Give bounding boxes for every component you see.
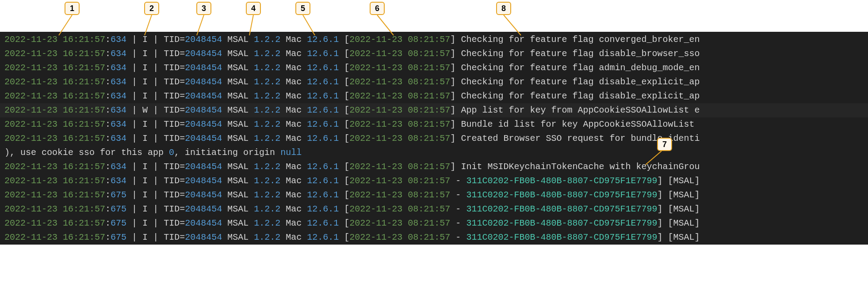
log-row[interactable]: 2022-11-23 16:21:57:634 | I | TID=204845… — [0, 61, 868, 75]
log-os-version: 12.6.1 — [307, 63, 339, 73]
sep-space — [302, 190, 307, 200]
log-ms: 634 — [111, 176, 126, 186]
sep-colon: : — [105, 91, 111, 101]
log-level: I — [142, 91, 148, 101]
log-os: Mac — [286, 204, 302, 214]
log-row[interactable]: 2022-11-23 16:21:57:634 | I | TID=204845… — [0, 47, 868, 61]
log-row[interactable]: 2022-11-23 16:21:57:634 | W | TID=204845… — [0, 103, 868, 117]
sep-space — [280, 34, 286, 45]
sep-bracket-open: [ — [339, 204, 349, 214]
sep-bracket-open: [ — [339, 190, 349, 200]
log-lib: MSAL — [227, 119, 249, 129]
log-ms: 634 — [111, 162, 126, 172]
log-os-version: 12.6.1 — [307, 77, 339, 87]
log-row[interactable]: 2022-11-23 16:21:57:675 | I | TID=204845… — [0, 202, 868, 216]
log-tid: 2048454 — [185, 77, 222, 87]
sep-pipe: | — [148, 63, 164, 73]
sep-bracket-open: [ — [339, 218, 349, 228]
sep-pipe: | — [148, 91, 164, 101]
log-tid: 2048454 — [185, 49, 222, 59]
log-lib-version: 1.2.2 — [254, 34, 280, 45]
sep-space — [280, 218, 286, 228]
log-msg-continuation: ), use cookie sso for this app — [4, 147, 169, 158]
log-os: Mac — [286, 105, 302, 115]
log-lib: MSAL — [227, 133, 249, 143]
log-time: 16:21:57 — [63, 77, 105, 87]
callout-box: 6 — [370, 2, 385, 15]
callout-box: 3 — [196, 2, 211, 15]
sep-dash: - — [450, 232, 466, 242]
sep-space — [302, 105, 307, 115]
sep-bracket-close: ] — [450, 133, 461, 143]
log-null: null — [280, 147, 302, 158]
log-lib-version: 1.2.2 — [254, 190, 280, 200]
log-utc: 2022-11-23 08:21:57 — [349, 91, 450, 101]
log-tag: [MSAL] — [668, 190, 700, 200]
callout-leader — [303, 15, 316, 36]
sep-space — [57, 190, 63, 200]
log-utc: 2022-11-23 08:21:57 — [349, 218, 450, 228]
callout-leader — [249, 15, 254, 36]
sep-pipe: | — [148, 49, 164, 59]
sep-bracket-open: [ — [339, 91, 349, 101]
log-tid: 2048454 — [185, 119, 222, 129]
sep-pipe: | — [126, 77, 142, 87]
log-os-version: 12.6.1 — [307, 49, 339, 59]
sep-space — [280, 176, 286, 186]
sep-space — [222, 49, 227, 59]
log-lib-version: 1.2.2 — [254, 63, 280, 73]
svg-line-4 — [303, 15, 315, 35]
log-level: I — [142, 77, 148, 87]
log-correlation-id: 311C0202-FB0B-480B-8807-CD975F1E7799 — [466, 176, 657, 186]
log-utc: 2022-11-23 08:21:57 — [349, 204, 450, 214]
log-date: 2022-11-23 — [4, 63, 57, 73]
log-level: I — [142, 63, 148, 73]
log-lib-version: 1.2.2 — [254, 162, 280, 172]
log-row[interactable]: 2022-11-23 16:21:57:634 | I | TID=204845… — [0, 75, 868, 89]
sep-bracket-open: [ — [339, 49, 349, 59]
log-time: 16:21:57 — [63, 105, 105, 115]
callout-box: 5 — [295, 2, 310, 15]
log-date: 2022-11-23 — [4, 133, 57, 143]
callout-box: 4 — [246, 2, 261, 15]
log-row[interactable]: ), use cookie sso for this app 0, initia… — [0, 146, 868, 160]
callout-5: 5 — [295, 2, 310, 15]
log-lib-version: 1.2.2 — [254, 77, 280, 87]
log-correlation-id: 311C0202-FB0B-480B-8807-CD975F1E7799 — [466, 232, 657, 242]
log-message: Checking for feature flag admin_debug_mo… — [461, 63, 700, 73]
log-correlation-id: 311C0202-FB0B-480B-8807-CD975F1E7799 — [466, 218, 657, 228]
sep-space — [302, 204, 307, 214]
sep-bracket-close: ] — [657, 232, 668, 242]
callout-leader — [197, 15, 205, 36]
log-utc: 2022-11-23 08:21:57 — [349, 162, 450, 172]
log-row[interactable]: 2022-11-23 16:21:57:634 | I | TID=204845… — [0, 174, 868, 188]
svg-line-0 — [59, 15, 72, 35]
callout-leader — [504, 15, 522, 36]
log-date: 2022-11-23 — [4, 77, 57, 87]
log-row[interactable]: 2022-11-23 16:21:57:675 | I | TID=204845… — [0, 188, 868, 202]
sep-bracket-close: ] — [450, 63, 461, 73]
log-row[interactable]: 2022-11-23 16:21:57:675 | I | TID=204845… — [0, 230, 868, 245]
sep-colon: : — [105, 133, 111, 143]
sep-pipe: | — [126, 176, 142, 186]
log-ms: 634 — [111, 77, 126, 87]
log-time: 16:21:57 — [63, 63, 105, 73]
log-row[interactable]: 2022-11-23 16:21:57:634 | I | TID=204845… — [0, 33, 868, 47]
log-row[interactable]: 2022-11-23 16:21:57:675 | I | TID=204845… — [0, 216, 868, 230]
log-tid-label: TID= — [164, 77, 185, 87]
sep-bracket-open: [ — [339, 162, 349, 172]
sep-bracket-close: ] — [450, 77, 461, 87]
log-tid: 2048454 — [185, 204, 222, 214]
log-row[interactable]: 2022-11-23 16:21:57:634 | I | TID=204845… — [0, 89, 868, 103]
callout-box: 2 — [144, 2, 159, 15]
log-time: 16:21:57 — [63, 91, 105, 101]
log-level: W — [142, 105, 148, 115]
log-row[interactable]: 2022-11-23 16:21:57:634 | I | TID=204845… — [0, 132, 868, 146]
log-lib: MSAL — [227, 204, 249, 214]
log-date: 2022-11-23 — [4, 34, 57, 45]
log-row[interactable]: 2022-11-23 16:21:57:634 | I | TID=204845… — [0, 117, 868, 132]
log-row[interactable]: 2022-11-23 16:21:57:634 | I | TID=204845… — [0, 160, 868, 174]
log-ms: 675 — [111, 204, 126, 214]
log-lib: MSAL — [227, 49, 249, 59]
sep-space — [280, 204, 286, 214]
